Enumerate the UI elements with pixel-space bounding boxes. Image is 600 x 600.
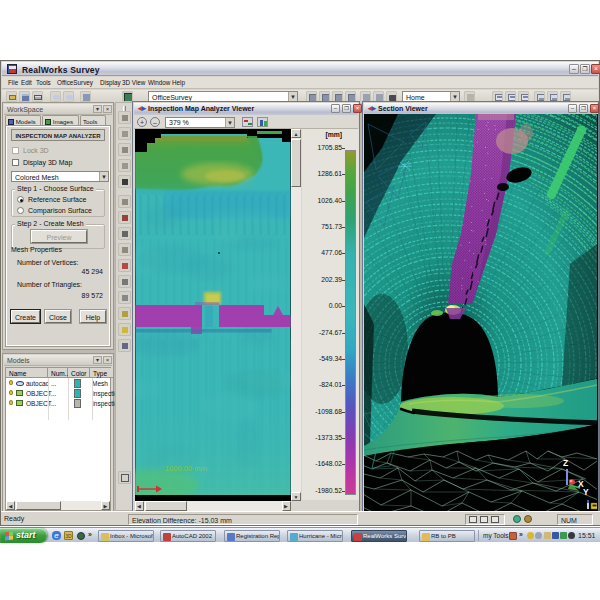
- svg-text:1000.00 mm: 1000.00 mm: [165, 464, 207, 473]
- svg-text:Y: Y: [583, 487, 589, 497]
- svg-text:Z: Z: [563, 458, 568, 468]
